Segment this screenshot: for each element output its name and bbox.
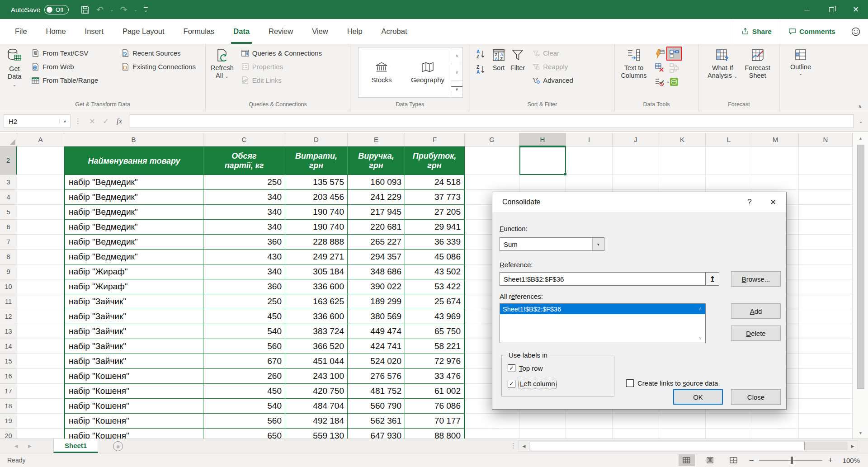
- tab-scroll-splitter[interactable]: ⋮: [510, 442, 517, 450]
- cell[interactable]: [659, 175, 706, 190]
- row-header-4[interactable]: 4: [0, 190, 17, 205]
- table-cell[interactable]: 37 773: [405, 190, 465, 205]
- save-icon[interactable]: [80, 5, 90, 14]
- row-header-9[interactable]: 9: [0, 264, 17, 279]
- cell[interactable]: [799, 264, 853, 279]
- feedback-smiley-icon[interactable]: [844, 27, 868, 37]
- advanced-filter-button[interactable]: Advanced: [530, 74, 583, 87]
- cell[interactable]: [799, 399, 853, 414]
- table-cell[interactable]: 481 752: [348, 384, 405, 399]
- page-layout-view-button[interactable]: [702, 454, 718, 466]
- formula-input[interactable]: [130, 114, 854, 128]
- table-cell[interactable]: 250: [203, 294, 285, 309]
- get-data-button[interactable]: Get Data ⌄: [3, 47, 26, 100]
- cell[interactable]: [799, 324, 853, 339]
- column-header-L[interactable]: L: [706, 133, 752, 146]
- column-header-I[interactable]: I: [566, 133, 613, 146]
- table-cell[interactable]: 524 020: [348, 354, 405, 369]
- table-cell[interactable]: 25 674: [405, 294, 465, 309]
- column-header-B[interactable]: B: [64, 133, 203, 146]
- table-cell[interactable]: 424 741: [348, 339, 405, 354]
- cell[interactable]: [519, 175, 566, 190]
- table-cell[interactable]: 360: [203, 235, 285, 250]
- table-cell[interactable]: набір "Зайчик": [64, 354, 203, 369]
- cell[interactable]: [799, 384, 853, 399]
- column-header-J[interactable]: J: [613, 133, 659, 146]
- table-cell[interactable]: 305 184: [285, 264, 348, 279]
- comments-button[interactable]: Comments: [780, 19, 844, 44]
- insert-function-button[interactable]: fx: [113, 117, 126, 126]
- table-cell[interactable]: 53 422: [405, 279, 465, 294]
- cell[interactable]: [17, 235, 64, 250]
- table-cell[interactable]: 228 888: [285, 235, 348, 250]
- share-button[interactable]: Share: [733, 19, 780, 44]
- cell[interactable]: [799, 190, 853, 205]
- geography-data-type[interactable]: Geography: [405, 47, 451, 97]
- fill-handle[interactable]: [564, 173, 567, 176]
- row-header-16[interactable]: 16: [0, 369, 17, 384]
- sort-button[interactable]: ZAAZ Sort: [489, 47, 508, 100]
- table-cell[interactable]: 260: [203, 369, 285, 384]
- minimize-button[interactable]: ─: [795, 0, 819, 19]
- name-box-dropdown-icon[interactable]: ▾: [59, 119, 70, 124]
- cell[interactable]: [706, 175, 752, 190]
- table-cell[interactable]: 340: [203, 205, 285, 220]
- cell[interactable]: [706, 146, 752, 175]
- zoom-slider-thumb[interactable]: [791, 457, 793, 464]
- table-cell[interactable]: 492 184: [285, 414, 348, 429]
- expand-formula-bar-icon[interactable]: ⌄: [854, 118, 868, 124]
- table-cell[interactable]: 220 681: [348, 220, 405, 235]
- table-cell[interactable]: 380 569: [348, 309, 405, 324]
- table-cell[interactable]: 43 969: [405, 309, 465, 324]
- cell[interactable]: [659, 429, 706, 439]
- cell[interactable]: [566, 175, 613, 190]
- list-scroll-up-icon[interactable]: ∧: [698, 306, 702, 311]
- stocks-data-type[interactable]: Stocks: [359, 47, 405, 97]
- table-cell[interactable]: 336 600: [285, 279, 348, 294]
- text-to-columns-button[interactable]: Text to Columns: [618, 47, 650, 100]
- cell[interactable]: [17, 264, 64, 279]
- row-header-12[interactable]: 12: [0, 309, 17, 324]
- all-references-list[interactable]: Sheet1!$B$2:$F$36 ∧∨: [500, 303, 706, 343]
- row-header-10[interactable]: 10: [0, 279, 17, 294]
- row-header-14[interactable]: 14: [0, 339, 17, 354]
- data-validation-button[interactable]: ⌄: [653, 75, 666, 89]
- name-box[interactable]: H2 ▾: [4, 114, 71, 128]
- cell[interactable]: [799, 294, 853, 309]
- vertical-scrollbar[interactable]: ▲ ▼: [853, 133, 868, 439]
- column-header-F[interactable]: F: [405, 133, 465, 146]
- table-cell[interactable]: 163 625: [285, 294, 348, 309]
- scroll-left-icon[interactable]: ◀: [519, 444, 529, 448]
- table-cell[interactable]: 383 724: [285, 324, 348, 339]
- column-header-N[interactable]: N: [799, 133, 853, 146]
- tab-review[interactable]: Review: [259, 19, 302, 44]
- table-cell[interactable]: набір "Кошеня": [64, 369, 203, 384]
- formula-bar-splitter[interactable]: ⋮: [75, 117, 81, 125]
- sort-ascending-button[interactable]: AZ: [473, 48, 489, 60]
- reference-input[interactable]: Sheet1!$B$2:$F$36: [500, 272, 706, 286]
- table-cell[interactable]: 36 339: [405, 235, 465, 250]
- column-header-G[interactable]: G: [465, 133, 519, 146]
- horizontal-scroll-thumb[interactable]: [529, 442, 805, 450]
- collapse-dialog-icon[interactable]: ↥: [706, 272, 719, 286]
- table-cell[interactable]: 58 221: [405, 339, 465, 354]
- cell[interactable]: [519, 414, 566, 429]
- undo-icon[interactable]: ↶: [96, 5, 104, 15]
- from-table-range-button[interactable]: From Table/Range: [29, 74, 116, 87]
- table-cell[interactable]: набір "Жираф": [64, 279, 203, 294]
- cell[interactable]: [17, 205, 64, 220]
- cell[interactable]: [519, 429, 566, 439]
- cell[interactable]: [465, 414, 519, 429]
- row-header-15[interactable]: 15: [0, 354, 17, 369]
- table-cell[interactable]: 450: [203, 384, 285, 399]
- prev-sheet-icon[interactable]: ◀: [14, 439, 18, 453]
- table-cell[interactable]: 430: [203, 250, 285, 264]
- column-header-E[interactable]: E: [348, 133, 405, 146]
- cell[interactable]: [613, 146, 659, 175]
- table-cell[interactable]: 540: [203, 399, 285, 414]
- dialog-help-button[interactable]: ?: [739, 198, 760, 207]
- existing-connections-button[interactable]: Existing Connections: [119, 60, 203, 73]
- table-cell[interactable]: 33 476: [405, 369, 465, 384]
- tab-formulas[interactable]: Formulas: [174, 19, 224, 44]
- table-cell[interactable]: 72 976: [405, 354, 465, 369]
